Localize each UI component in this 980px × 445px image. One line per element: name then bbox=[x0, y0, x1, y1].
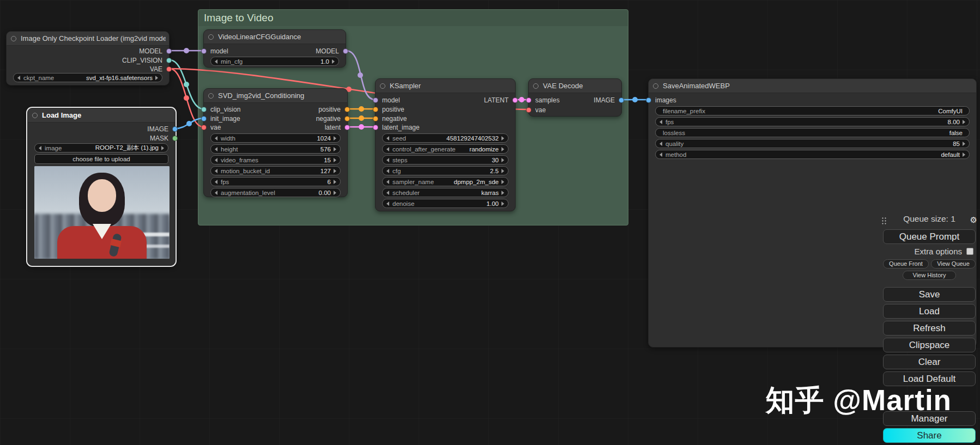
increment-arrow-icon[interactable] bbox=[334, 136, 336, 141]
decrement-arrow-icon[interactable] bbox=[386, 191, 389, 195]
view-history-button[interactable]: View History bbox=[903, 271, 956, 280]
slot-dot-vae[interactable] bbox=[526, 107, 531, 113]
node-header[interactable]: VAE Decode bbox=[529, 79, 621, 93]
slot-dot-image[interactable] bbox=[619, 97, 624, 103]
decrement-arrow-icon[interactable] bbox=[215, 136, 217, 141]
increment-arrow-icon[interactable] bbox=[332, 59, 335, 64]
view-queue-button[interactable]: View Queue bbox=[931, 259, 976, 269]
collapse-icon[interactable] bbox=[380, 83, 385, 89]
upload-button[interactable]: choose file to upload bbox=[34, 154, 168, 164]
decrement-arrow-icon[interactable] bbox=[39, 146, 41, 150]
collapse-icon[interactable] bbox=[11, 36, 16, 41]
node-header[interactable]: Image Only Checkpoint Loader (img2vid mo… bbox=[7, 32, 169, 46]
extra-options-checkbox[interactable] bbox=[966, 248, 973, 255]
widget-fps[interactable]: fps 8.00 bbox=[655, 117, 970, 126]
node-video-linear-cfg[interactable]: VideoLinearCFGGuidance model MODEL min_c… bbox=[203, 29, 346, 68]
widget-height[interactable]: height 576 bbox=[210, 144, 341, 154]
decrement-arrow-icon[interactable] bbox=[215, 59, 217, 64]
widget-sampler-name[interactable]: sampler_name dpmpp_2m_sde bbox=[382, 177, 509, 186]
increment-arrow-icon[interactable] bbox=[161, 146, 164, 150]
slot-dot-conditioning[interactable] bbox=[344, 107, 350, 112]
widget-method[interactable]: method default bbox=[655, 150, 970, 159]
slot-dot-clip-vision[interactable] bbox=[201, 107, 207, 112]
collapse-icon[interactable] bbox=[533, 83, 539, 89]
increment-arrow-icon[interactable] bbox=[334, 169, 336, 173]
refresh-button[interactable]: Refresh bbox=[883, 321, 976, 336]
slot-dot-conditioning[interactable] bbox=[373, 116, 378, 121]
widget-fps[interactable]: fps 6 bbox=[210, 177, 341, 186]
widget-scheduler[interactable]: scheduler karras bbox=[382, 188, 509, 197]
widget-min-cfg[interactable]: min_cfg 1.0 bbox=[210, 57, 339, 66]
collapse-icon[interactable] bbox=[208, 93, 214, 99]
slot-dot-clip-vision[interactable] bbox=[166, 58, 172, 63]
drag-handle-icon[interactable] bbox=[881, 217, 887, 225]
decrement-arrow-icon[interactable] bbox=[660, 153, 662, 157]
node-ksampler[interactable]: KSampler model LATENT positive negative … bbox=[375, 78, 516, 211]
increment-arrow-icon[interactable] bbox=[963, 153, 965, 157]
decrement-arrow-icon[interactable] bbox=[386, 169, 389, 173]
slot-dot-conditioning[interactable] bbox=[344, 116, 350, 121]
widget-lossless[interactable]: lossless false bbox=[655, 128, 970, 137]
slot-dot-model[interactable] bbox=[166, 48, 172, 54]
widget-steps[interactable]: steps 30 bbox=[382, 155, 509, 164]
node-header[interactable]: SaveAnimatedWEBP bbox=[649, 79, 976, 93]
queue-front-button[interactable]: Queue Front bbox=[883, 259, 929, 269]
node-checkpoint-loader[interactable]: Image Only Checkpoint Loader (img2vid mo… bbox=[6, 31, 170, 86]
node-header[interactable]: KSampler bbox=[376, 79, 515, 93]
decrement-arrow-icon[interactable] bbox=[386, 136, 389, 141]
increment-arrow-icon[interactable] bbox=[501, 158, 504, 162]
node-header[interactable]: Load Image bbox=[28, 108, 175, 123]
decrement-arrow-icon[interactable] bbox=[215, 180, 217, 184]
save-button[interactable]: Save bbox=[883, 287, 976, 302]
increment-arrow-icon[interactable] bbox=[501, 180, 504, 184]
increment-arrow-icon[interactable] bbox=[334, 180, 336, 184]
increment-arrow-icon[interactable] bbox=[501, 169, 504, 173]
widget-image-file[interactable]: image ROOP-T2_副本 (1).jpg bbox=[34, 143, 168, 153]
increment-arrow-icon[interactable] bbox=[501, 202, 504, 206]
decrement-arrow-icon[interactable] bbox=[386, 147, 389, 151]
decrement-arrow-icon[interactable] bbox=[386, 158, 389, 162]
widget-denoise[interactable]: denoise 1.00 bbox=[382, 199, 509, 208]
increment-arrow-icon[interactable] bbox=[334, 147, 336, 151]
slot-dot-image[interactable] bbox=[201, 116, 207, 121]
decrement-arrow-icon[interactable] bbox=[17, 76, 20, 80]
clear-button[interactable]: Clear bbox=[883, 355, 976, 369]
decrement-arrow-icon[interactable] bbox=[386, 202, 389, 206]
share-button[interactable]: Share bbox=[883, 428, 976, 443]
widget-seed[interactable]: seed 458129247402532 bbox=[382, 133, 509, 143]
increment-arrow-icon[interactable] bbox=[334, 191, 336, 195]
slot-dot-latent[interactable] bbox=[344, 125, 350, 130]
node-header[interactable]: SVD_img2vid_Conditioning bbox=[204, 89, 347, 103]
increment-arrow-icon[interactable] bbox=[334, 158, 336, 162]
slot-dot-mask[interactable] bbox=[172, 136, 178, 141]
slot-dot-vae[interactable] bbox=[201, 125, 207, 130]
slot-dot-latent[interactable] bbox=[512, 97, 518, 103]
decrement-arrow-icon[interactable] bbox=[215, 147, 217, 151]
collapse-icon[interactable] bbox=[208, 34, 214, 40]
gear-icon[interactable]: ⚙ bbox=[970, 215, 977, 225]
increment-arrow-icon[interactable] bbox=[155, 76, 158, 80]
decrement-arrow-icon[interactable] bbox=[660, 120, 662, 124]
slot-dot-image[interactable] bbox=[646, 97, 651, 103]
node-load-image[interactable]: Load Image IMAGE MASK image ROOP-T2_副本 (… bbox=[27, 108, 176, 266]
slot-dot-image[interactable] bbox=[172, 126, 178, 132]
queue-prompt-button[interactable]: Queue Prompt bbox=[883, 229, 976, 244]
slot-dot-conditioning[interactable] bbox=[373, 107, 378, 112]
increment-arrow-icon[interactable] bbox=[501, 191, 504, 195]
node-svd-conditioning[interactable]: SVD_img2vid_Conditioning clip_vision pos… bbox=[203, 88, 348, 197]
node-header[interactable]: VideoLinearCFGGuidance bbox=[204, 30, 346, 44]
increment-arrow-icon[interactable] bbox=[501, 147, 504, 151]
slot-dot-model[interactable] bbox=[343, 48, 348, 54]
collapse-icon[interactable] bbox=[653, 83, 658, 89]
slot-dot-vae[interactable] bbox=[166, 66, 172, 72]
widget-width[interactable]: width 1024 bbox=[210, 133, 341, 143]
clipspace-button[interactable]: Clipspace bbox=[883, 338, 976, 352]
increment-arrow-icon[interactable] bbox=[963, 142, 965, 146]
widget-motion-bucket-id[interactable]: motion_bucket_id 127 bbox=[210, 166, 341, 175]
widget-ckpt-name[interactable]: ckpt_name svd_xt-fp16.safetensors bbox=[13, 73, 162, 82]
node-vae-decode[interactable]: VAE Decode samples IMAGE vae bbox=[528, 78, 622, 117]
decrement-arrow-icon[interactable] bbox=[215, 169, 217, 173]
slot-dot-latent[interactable] bbox=[526, 97, 531, 103]
slot-dot-model[interactable] bbox=[201, 48, 207, 54]
decrement-arrow-icon[interactable] bbox=[660, 142, 662, 146]
